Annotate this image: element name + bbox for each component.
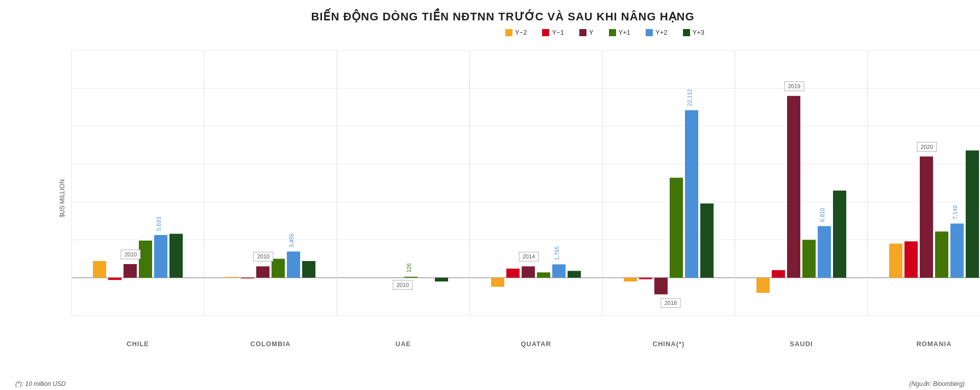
legend-label: Y−2	[515, 29, 527, 36]
bar-value-label: 126	[406, 263, 412, 272]
bar	[506, 269, 520, 278]
bar	[685, 110, 698, 278]
country-label: CHINA(*)	[602, 336, 735, 348]
bar	[124, 264, 137, 278]
y-axis-label: $US MILLION	[59, 179, 66, 218]
bar	[624, 278, 637, 281]
bar	[568, 271, 581, 277]
legend: Y−2Y−1YY+1Y+2Y+3	[245, 29, 965, 36]
bar-value-label: 5,633	[156, 217, 162, 231]
bar	[802, 240, 816, 277]
year-badge: 2010	[397, 282, 409, 288]
footer-source: (Nguồn: Bloomberg)	[910, 380, 965, 387]
bar	[889, 244, 902, 278]
legend-color	[579, 29, 586, 36]
legend-label: Y+2	[655, 29, 668, 36]
bar-value-label: 7,149	[952, 205, 958, 220]
year-badge: 2014	[523, 253, 535, 259]
country-label: CHILE	[71, 336, 204, 348]
bar	[966, 150, 979, 278]
bar	[302, 261, 315, 278]
country-label: ROMANIA	[868, 336, 980, 348]
bar	[241, 278, 254, 278]
bar	[169, 234, 183, 278]
legend-color	[646, 29, 653, 36]
bar	[287, 251, 300, 277]
year-badge: 2020	[921, 144, 933, 150]
legend-item: Y+2	[646, 29, 668, 36]
legend-label: Y−1	[552, 29, 564, 36]
legend-item: Y+1	[609, 29, 631, 36]
bar-value-label: 6,810	[819, 208, 825, 222]
bar	[818, 226, 831, 278]
year-badge: 2019	[788, 83, 800, 89]
country-label: UAE	[337, 336, 470, 348]
legend-item: Y	[579, 29, 594, 36]
bar-value-label: 22,112	[687, 89, 693, 107]
bar	[256, 266, 270, 277]
bar	[404, 277, 418, 278]
bar-value-label: 3,455	[288, 233, 295, 248]
bar	[756, 278, 770, 293]
year-badge: 2010	[257, 253, 270, 259]
bar	[522, 266, 535, 277]
chart-title: BIẾN ĐỘNG DÒNG TIỀN NĐTNN TRƯỚC VÀ SAU K…	[41, 10, 965, 23]
country-labels-row: CHILECOLOMBIAUAEQUATARCHINA(*)SAUDIROMAN…	[71, 336, 980, 348]
chart-svg: 30,00025,00020,00015,00010,0005,000–(5,0…	[71, 40, 980, 336]
bar	[904, 241, 918, 277]
legend-item: Y+3	[683, 29, 705, 36]
footer-note: (*): 10 million USD	[15, 380, 66, 387]
bar	[435, 278, 448, 281]
bar	[226, 277, 239, 277]
chart-container: BIẾN ĐỘNG DÒNG TIỀN NĐTNN TRƯỚC VÀ SAU K…	[0, 0, 980, 390]
bar	[154, 235, 167, 278]
legend-color	[609, 29, 616, 36]
bar	[491, 278, 504, 287]
legend-color	[542, 29, 549, 36]
country-label: QUATAR	[470, 336, 602, 348]
legend-label: Y	[589, 29, 594, 36]
bar-value-label: 1,765	[554, 246, 560, 261]
bar	[639, 278, 652, 279]
bar	[772, 270, 785, 278]
bar	[935, 231, 948, 278]
legend-item: Y−2	[505, 29, 527, 36]
legend-item: Y−1	[542, 29, 564, 36]
bar	[272, 259, 285, 278]
legend-color	[683, 29, 690, 36]
legend-label: Y+3	[693, 29, 705, 36]
bar	[920, 157, 933, 278]
bar	[700, 203, 714, 278]
bar	[93, 261, 106, 278]
bar	[537, 272, 550, 277]
country-label: SAUDI	[735, 336, 868, 348]
bar	[139, 241, 152, 278]
bar	[833, 191, 846, 278]
year-badge: 2010	[125, 251, 137, 257]
bar	[787, 96, 800, 278]
legend-label: Y+1	[619, 29, 631, 36]
bar	[670, 178, 683, 278]
bar	[108, 278, 121, 280]
bar	[654, 278, 668, 295]
bar	[950, 224, 964, 278]
year-badge: 2018	[665, 300, 677, 306]
country-label: COLOMBIA	[204, 336, 337, 348]
bar	[552, 264, 566, 277]
legend-color	[505, 29, 512, 36]
